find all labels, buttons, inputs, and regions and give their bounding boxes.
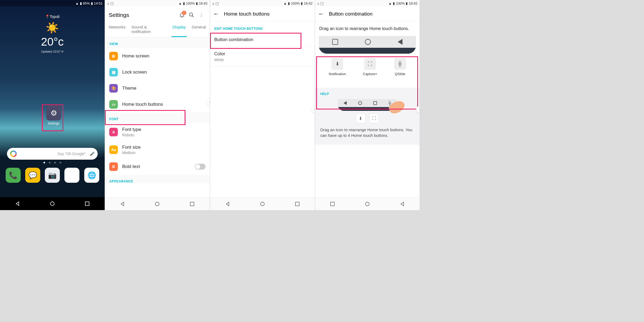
help-preview: ╬: [338, 99, 397, 111]
item-lock-screen[interactable]: ▦ Lock screen: [105, 64, 210, 80]
back-button[interactable]: [119, 201, 126, 207]
svg-line-3: [192, 16, 194, 17]
phone-app[interactable]: 📞: [6, 168, 21, 183]
extra-capture[interactable]: ⛶ Capture+: [363, 58, 377, 76]
wifi-icon: ▲: [178, 1, 182, 5]
tab-general[interactable]: General: [191, 21, 207, 37]
recent-button[interactable]: [189, 201, 195, 207]
play-store-app[interactable]: ▶: [64, 168, 79, 183]
svg-point-9: [365, 202, 369, 206]
item-home-screen[interactable]: ⊞ Home screen: [105, 48, 210, 64]
recent-button[interactable]: [294, 201, 301, 207]
overflow-button[interactable]: ⋮: [196, 10, 206, 20]
messages-app[interactable]: 💬: [25, 168, 40, 183]
image-icon: ▢: [215, 1, 219, 5]
section-appearance: APPEARANCE: [105, 175, 210, 183]
extra-qslide[interactable]: ╬ QSlide: [394, 58, 406, 76]
home-screen-icon: ⊞: [109, 52, 118, 60]
tab-networks[interactable]: Networks: [108, 21, 127, 37]
back-button[interactable]: [224, 201, 231, 207]
home-button[interactable]: [364, 201, 371, 207]
back-arrow[interactable]: ←: [318, 10, 324, 17]
screen-settings: ⏚ ▢ ▲ ▮ 100% ▮ 16:42 Settings 2 ⋮ Networ…: [105, 0, 210, 210]
content: EDIT HOME TOUCH BUTTONS Button combinati…: [210, 21, 315, 197]
svg-point-2: [189, 13, 193, 16]
svg-rect-1: [85, 202, 89, 206]
bold-toggle[interactable]: [195, 164, 206, 170]
side-chevron[interactable]: ‹: [311, 106, 315, 113]
page-title: Settings: [109, 12, 177, 18]
home-button[interactable]: [49, 200, 56, 207]
item-font-size[interactable]: Aᴀ Font size Medium: [105, 141, 210, 159]
notification-badge: 2: [182, 11, 186, 15]
signal-icon: ▮: [80, 1, 82, 5]
wifi-icon: ▲: [75, 1, 79, 5]
back-button[interactable]: [14, 200, 21, 207]
google-search-bar[interactable]: Say "Ok Google" 🎤: [7, 148, 98, 160]
nav-bar: [210, 197, 315, 210]
help-heading: HELP: [320, 92, 414, 96]
search-button[interactable]: [187, 10, 196, 20]
font-type-icon: A: [109, 128, 118, 136]
home-button[interactable]: [154, 201, 160, 207]
item-home-touch-buttons[interactable]: ▭ Home touch buttons: [105, 96, 210, 112]
back-button[interactable]: [399, 201, 405, 207]
status-bar: ⏚ ▢ ▲ ▮ 100% ▮ 16:42: [105, 0, 210, 6]
item-theme[interactable]: 🎨 Theme: [105, 80, 210, 96]
settings-tabs: Networks Sound & notification Display Ge…: [105, 21, 210, 37]
help-section: HELP ╬ ⬇ ⛶ Drag an icon to rearrange Hom…: [315, 88, 420, 145]
mic-icon[interactable]: 🎤: [90, 152, 94, 156]
home-button[interactable]: [259, 201, 266, 207]
location-label: 📍Topoli: [0, 14, 105, 19]
signal-icon: ▮: [183, 1, 185, 5]
page-indicator: [0, 162, 105, 163]
help-extras-row: ⬇ ⛶: [320, 114, 414, 123]
recent-button[interactable]: [329, 201, 336, 207]
preview-back-icon[interactable]: [398, 39, 402, 45]
battery-pct: 100%: [291, 1, 300, 5]
item-color[interactable]: Color White: [210, 47, 315, 67]
recent-button[interactable]: [84, 200, 90, 207]
content: Drag an icon to rearrange Home touch but…: [315, 21, 420, 197]
page-title: Button combination: [329, 11, 373, 17]
font-size-icon: Aᴀ: [109, 145, 118, 154]
help-notification-icon: ⬇: [356, 114, 365, 123]
screen-home: ▲ ▮ 95% ▮ 14:51 📍Topoli ☀️ 20°c Updated …: [0, 0, 105, 210]
clock: 14:51: [94, 1, 103, 5]
clock: 16:42: [304, 1, 313, 5]
nav-preview: [319, 36, 416, 54]
settings-app[interactable]: ⚙ Settings: [43, 105, 64, 125]
dock: 📞 💬 📷 ▶ 🌐: [0, 168, 105, 183]
svg-rect-8: [331, 202, 334, 206]
wifi-icon: ▲: [283, 1, 287, 5]
svg-rect-7: [295, 202, 299, 206]
google-icon: [10, 151, 17, 157]
extra-notification[interactable]: ⬇ Notification: [329, 58, 346, 76]
battery-pct: 100%: [396, 1, 405, 5]
item-font-type[interactable]: A Font type Roboto: [105, 123, 210, 141]
back-arrow[interactable]: ←: [213, 10, 219, 17]
battery-icon: ▮: [91, 1, 93, 5]
page-title: Home touch buttons: [224, 11, 270, 17]
sun-icon: ☀️: [0, 21, 105, 34]
gear-icon: ⚙: [46, 105, 61, 120]
screen-button-combination: ⏚▢ ▲ ▮ 100% ▮ 16:42 ← Button combination…: [315, 0, 420, 210]
tab-sound[interactable]: Sound & notification: [130, 21, 168, 37]
wifi-icon: ▲: [388, 1, 392, 5]
chrome-app[interactable]: 🌐: [84, 168, 99, 183]
bold-icon: B: [109, 162, 118, 171]
camera-app[interactable]: 📷: [45, 168, 60, 183]
item-button-combination[interactable]: Button combination: [210, 33, 315, 47]
home-touch-icon: ▭: [109, 100, 118, 109]
image-icon: ▢: [320, 1, 324, 5]
help-home-icon: [358, 101, 362, 105]
notifications-button[interactable]: 2: [177, 10, 187, 20]
image-icon: ▢: [110, 1, 114, 5]
preview-home-icon[interactable]: [365, 39, 371, 45]
preview-recent-icon[interactable]: [332, 39, 338, 45]
settings-app-label: Settings: [43, 122, 64, 125]
updated-label: Updated 13:57 ⟳: [0, 50, 105, 53]
weather-widget[interactable]: 📍Topoli ☀️ 20°c Updated 13:57 ⟳: [0, 6, 105, 53]
item-bold-text[interactable]: B Bold text: [105, 159, 210, 175]
tab-display[interactable]: Display: [171, 21, 187, 37]
